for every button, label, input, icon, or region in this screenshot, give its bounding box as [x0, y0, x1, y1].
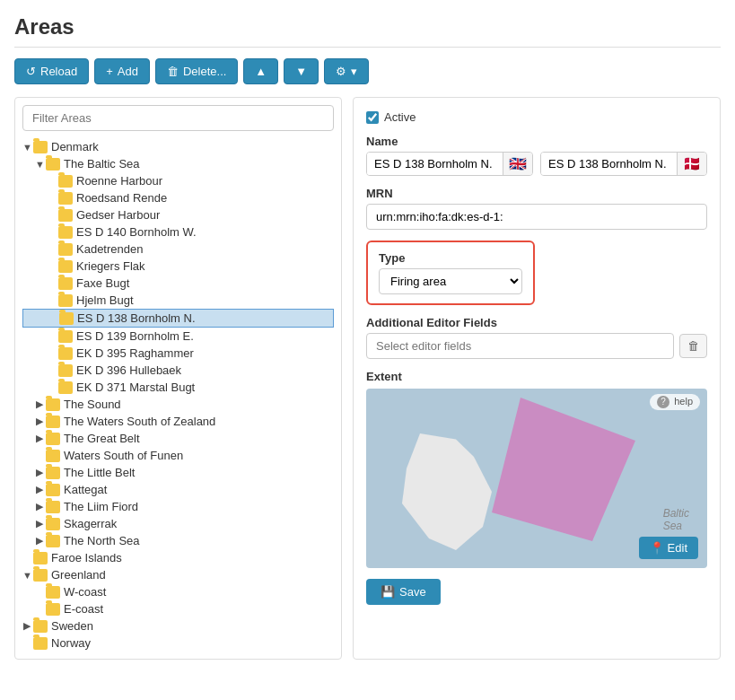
down-button[interactable]: ▼ — [284, 58, 319, 84]
tree-item-label: Kattegat — [64, 483, 107, 496]
tree-item-ek-d-396[interactable]: EK D 396 Hullebaek — [22, 362, 334, 379]
mrn-input[interactable] — [366, 204, 707, 230]
tree-item-label: Skagerrak — [64, 517, 117, 530]
right-panel: Active Name 🇬🇧 🇩🇰 MRN — [353, 97, 721, 660]
up-button[interactable]: ▲ — [243, 58, 278, 84]
folder-icon — [46, 398, 60, 411]
tree-toggle[interactable]: ▼ — [22, 142, 31, 153]
folder-icon — [33, 620, 48, 633]
tree-item-roenne[interactable]: Roenne Harbour — [22, 172, 334, 189]
name-en-input[interactable] — [367, 153, 503, 175]
tree-toggle[interactable]: ▶ — [35, 518, 44, 529]
tree-item-baltic-sea[interactable]: ▼The Baltic Sea — [22, 155, 334, 172]
tree-item-label: Roenne Harbour — [76, 174, 162, 188]
map-land — [402, 433, 492, 550]
editor-fields-row: Additional Editor Fields 🗑 — [366, 316, 707, 359]
name-en-wrap: 🇬🇧 — [366, 152, 533, 176]
tree-item-denmark[interactable]: ▼Denmark — [22, 138, 334, 155]
tree-toggle[interactable]: ▶ — [35, 416, 44, 427]
save-icon: 💾 — [381, 585, 395, 599]
tree-item-label: The Little Belt — [64, 466, 136, 479]
map-polygon — [492, 398, 635, 541]
tree-item-label: EK D 396 Hullebaek — [76, 363, 181, 377]
location-icon: 📍 — [650, 541, 664, 555]
extent-row: Extent ? help BalticSea 📍 Edit — [366, 370, 707, 568]
folder-icon — [46, 501, 60, 513]
type-highlight-box: Type Firing areaAnchoragePortRestricted … — [366, 241, 535, 305]
folder-icon — [46, 484, 60, 496]
tree-item-kadetrenden[interactable]: Kadetrenden — [22, 241, 334, 258]
tree-item-label: Kadetrenden — [76, 242, 143, 256]
tree-item-sound[interactable]: ▶The Sound — [22, 396, 334, 413]
tree-item-norway[interactable]: Norway — [22, 634, 334, 652]
editor-trash-button[interactable]: 🗑 — [679, 334, 707, 358]
tree-item-greenland[interactable]: ▼Greenland — [22, 566, 334, 583]
help-circle-icon: ? — [657, 396, 669, 408]
tree-item-label: EK D 371 Marstal Bugt — [76, 381, 195, 394]
tree-item-sweden[interactable]: ▶Sweden — [22, 617, 334, 634]
active-checkbox[interactable] — [366, 111, 379, 124]
name-dk-input[interactable] — [541, 153, 677, 175]
tree-item-north-sea[interactable]: ▶The North Sea — [22, 532, 334, 549]
folder-icon — [58, 175, 73, 188]
tree-item-es-d-140[interactable]: ES D 140 Bornholm W. — [22, 223, 334, 241]
trash-icon-2: 🗑 — [687, 339, 699, 353]
editor-fields-input[interactable] — [366, 333, 674, 359]
tree-item-liim-fiord[interactable]: ▶The Liim Fiord — [22, 498, 334, 515]
tree-item-e-coast[interactable]: E-coast — [22, 600, 334, 617]
tree-toggle[interactable]: ▶ — [22, 620, 31, 632]
tree-item-kriegers[interactable]: Kriegers Flak — [22, 258, 334, 275]
map-sea-label: BalticSea — [663, 507, 689, 532]
tree-toggle[interactable]: ▶ — [35, 433, 44, 444]
tree-item-kattegat[interactable]: ▶Kattegat — [22, 481, 334, 498]
folder-icon — [58, 277, 73, 290]
tree-item-w-coast[interactable]: W-coast — [22, 583, 334, 600]
tree-toggle[interactable]: ▶ — [35, 398, 44, 410]
tree-item-es-d-138[interactable]: ES D 138 Bornholm N. — [22, 309, 334, 328]
tree-item-skagerrak[interactable]: ▶Skagerrak — [22, 515, 334, 532]
tree-item-es-d-139[interactable]: ES D 139 Bornholm E. — [22, 328, 334, 345]
map-edit-button[interactable]: 📍 Edit — [639, 537, 698, 559]
folder-icon — [33, 552, 48, 564]
tree-item-faroe[interactable]: Faroe Islands — [22, 549, 334, 566]
tree-item-label: Faxe Bugt — [76, 276, 129, 290]
tree-item-faxe[interactable]: Faxe Bugt — [22, 275, 334, 292]
tree-toggle[interactable]: ▼ — [22, 570, 31, 581]
tree-toggle[interactable]: ▼ — [35, 159, 44, 170]
tree-item-label: W-coast — [64, 585, 106, 599]
reload-button[interactable]: ↺ Reload — [14, 58, 89, 84]
tree-item-label: Gedser Harbour — [76, 208, 160, 222]
tree-toggle[interactable]: ▶ — [35, 501, 44, 512]
settings-button[interactable]: ⚙ ▾ — [324, 58, 369, 84]
tree-item-ek-d-395[interactable]: EK D 395 Raghammer — [22, 345, 334, 362]
folder-icon — [33, 637, 48, 650]
tree-item-roedsand[interactable]: Roedsand Rende — [22, 189, 334, 206]
tree-item-waters-zealand[interactable]: ▶The Waters South of Zealand — [22, 413, 334, 430]
tree-item-waters-funen[interactable]: Waters South of Funen — [22, 447, 334, 464]
tree-item-label: The Baltic Sea — [64, 157, 140, 171]
folder-icon — [33, 569, 48, 582]
tree-item-ek-d-371[interactable]: EK D 371 Marstal Bugt — [22, 379, 334, 396]
tree-toggle[interactable]: ▶ — [35, 535, 44, 547]
tree-item-great-belt[interactable]: ▶The Great Belt — [22, 430, 334, 447]
flag-dk: 🇩🇰 — [677, 153, 706, 175]
save-button[interactable]: 💾 Save — [366, 579, 441, 605]
delete-button[interactable]: 🗑 Delete... — [155, 58, 238, 84]
trash-icon: 🗑 — [167, 65, 179, 78]
tree-toggle[interactable]: ▶ — [35, 484, 44, 495]
add-button[interactable]: + Add — [94, 58, 150, 84]
folder-icon — [58, 192, 73, 205]
active-label: Active — [384, 110, 416, 124]
type-select[interactable]: Firing areaAnchoragePortRestricted Area — [379, 268, 522, 294]
page-title: Areas — [14, 14, 721, 48]
tree-item-little-belt[interactable]: ▶The Little Belt — [22, 464, 334, 481]
tree-item-label: The Sound — [64, 398, 121, 411]
active-row: Active — [366, 110, 707, 124]
tree-toggle[interactable]: ▶ — [35, 467, 44, 478]
tree-item-hjelm[interactable]: Hjelm Bugt — [22, 292, 334, 309]
filter-input[interactable] — [22, 105, 334, 131]
toolbar: ↺ Reload + Add 🗑 Delete... ▲ ▼ ⚙ ▾ — [14, 58, 721, 84]
tree-item-label: The Waters South of Zealand — [64, 415, 215, 428]
tree-item-label: Norway — [51, 636, 91, 650]
tree-item-gedser[interactable]: Gedser Harbour — [22, 206, 334, 223]
